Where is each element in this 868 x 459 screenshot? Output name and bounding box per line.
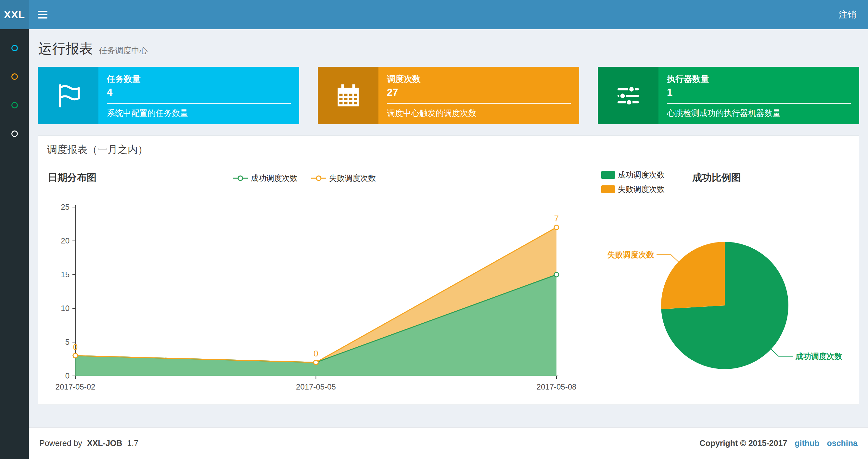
legend-label: 成功调度次数 (251, 173, 298, 184)
svg-text:2017-05-08: 2017-05-08 (537, 383, 577, 391)
info-box-divider (107, 103, 291, 104)
copyright-area: Copyright © 2015-2017 github oschina (700, 438, 858, 448)
info-box-divider (387, 103, 571, 104)
svg-text:失败调度次数: 失败调度次数 (607, 250, 654, 259)
info-box-value: 4 (107, 87, 291, 98)
info-box-triggers: 调度次数 27 调度中心触发的调度次数 (318, 67, 579, 124)
report-panel: 调度报表（一月之内） 日期分布图 成功调度次数 (38, 135, 859, 405)
page-subtitle: 任务调度中心 (99, 46, 148, 55)
sidebar-item-2[interactable] (0, 62, 29, 91)
info-box-executors: 执行器数量 1 心跳检测成功的执行器机器数量 (598, 67, 859, 124)
powered-by: Powered by XXL-JOB 1.7 (39, 438, 138, 448)
info-box-divider (667, 103, 851, 104)
legend-label: 失败调度次数 (618, 184, 664, 194)
date-distribution-chart[interactable]: 05101520252017-05-022017-05-052017-05-08… (48, 191, 600, 402)
sidebar-item-3[interactable] (0, 91, 29, 120)
circle-icon (11, 131, 18, 137)
sidebar-item-1[interactable] (0, 34, 29, 62)
info-box-value: 1 (667, 87, 851, 98)
sliders-icon (598, 67, 658, 124)
page-title: 运行报表 (38, 41, 93, 56)
svg-text:0: 0 (313, 349, 318, 358)
sidebar-item-4[interactable] (0, 120, 29, 148)
line-chart-title: 日期分布图 (48, 171, 96, 185)
info-box-content: 任务数量 4 系统中配置的任务数量 (98, 67, 299, 124)
info-box-description: 心跳检测成功的执行器机器数量 (667, 108, 851, 119)
sidebar (0, 29, 29, 459)
pie-chart-block: 成功调度次数 失败调度次数 成功比例图 成功调度次数失败调度次数 (595, 163, 868, 404)
oschina-link[interactable]: oschina (827, 438, 858, 448)
info-box-row: 任务数量 4 系统中配置的任务数量 调度次数 27 调度中心触发的调度次数 (38, 67, 859, 124)
legend-item-fail[interactable]: 失败调度次数 (601, 184, 664, 194)
main-content: 运行报表 任务调度中心 任务数量 4 系统中配置的任务数量 (29, 29, 868, 427)
hamburger-icon (38, 11, 48, 12)
svg-text:15: 15 (61, 270, 69, 279)
legend-item-fail[interactable]: 失败调度次数 (311, 173, 376, 184)
svg-text:5: 5 (65, 337, 69, 347)
swatch-icon (601, 171, 615, 179)
panel-title: 调度报表（一月之内） (38, 136, 859, 163)
svg-text:0: 0 (73, 342, 78, 352)
panel-body: 日期分布图 成功调度次数 (38, 163, 859, 404)
pie-chart-title: 成功比例图 (692, 171, 741, 185)
line-chart-legend: 成功调度次数 失败调度次数 (233, 173, 376, 184)
info-box-value: 27 (387, 87, 571, 98)
info-box-description: 调度中心触发的调度次数 (387, 108, 571, 119)
legend-label: 成功调度次数 (618, 170, 664, 180)
product-name: XXL-JOB (87, 438, 122, 448)
hamburger-icon (38, 14, 48, 15)
svg-text:10: 10 (61, 304, 69, 313)
legend-label: 失败调度次数 (329, 173, 376, 184)
swatch-icon (601, 185, 615, 193)
success-ratio-pie-chart[interactable]: 成功调度次数失败调度次数 (595, 211, 868, 400)
page-footer: Powered by XXL-JOB 1.7 Copyright © 2015-… (29, 427, 868, 459)
powered-prefix: Powered by (39, 438, 82, 448)
circle-icon (11, 73, 18, 80)
circle-icon (11, 45, 18, 51)
info-box-content: 执行器数量 1 心跳检测成功的执行器机器数量 (658, 67, 859, 124)
page-header: 运行报表 任务调度中心 (38, 40, 859, 58)
line-marker-icon (311, 175, 326, 182)
info-box-label: 调度次数 (387, 73, 571, 85)
logout-link[interactable]: 注销 (827, 0, 868, 29)
top-navbar: XXL 注销 (0, 0, 868, 29)
product-version: 1.7 (127, 438, 138, 448)
svg-text:25: 25 (61, 202, 69, 211)
app-logo[interactable]: XXL (0, 0, 29, 29)
pie-chart-legend: 成功调度次数 失败调度次数 (601, 170, 664, 194)
hamburger-icon (38, 17, 48, 19)
svg-text:2017-05-05: 2017-05-05 (296, 383, 336, 391)
github-link[interactable]: github (795, 438, 819, 448)
flag-icon (38, 67, 98, 124)
svg-text:20: 20 (61, 236, 69, 245)
line-marker-icon (233, 175, 248, 182)
info-box-description: 系统中配置的任务数量 (107, 108, 291, 119)
svg-text:0: 0 (65, 371, 69, 380)
svg-text:成功调度次数: 成功调度次数 (795, 352, 843, 361)
navbar-spacer (56, 0, 827, 29)
calendar-icon (318, 67, 378, 124)
svg-text:2017-05-02: 2017-05-02 (56, 383, 95, 391)
info-box-jobs: 任务数量 4 系统中配置的任务数量 (38, 67, 299, 124)
copyright-text: Copyright © 2015-2017 (700, 438, 787, 448)
info-box-content: 调度次数 27 调度中心触发的调度次数 (378, 67, 579, 124)
info-box-label: 执行器数量 (667, 73, 851, 85)
sidebar-toggle-button[interactable] (29, 0, 56, 29)
info-box-label: 任务数量 (107, 73, 291, 85)
legend-item-success[interactable]: 成功调度次数 (601, 170, 664, 180)
svg-text:7: 7 (554, 214, 559, 223)
circle-icon (11, 102, 18, 108)
legend-item-success[interactable]: 成功调度次数 (233, 173, 298, 184)
